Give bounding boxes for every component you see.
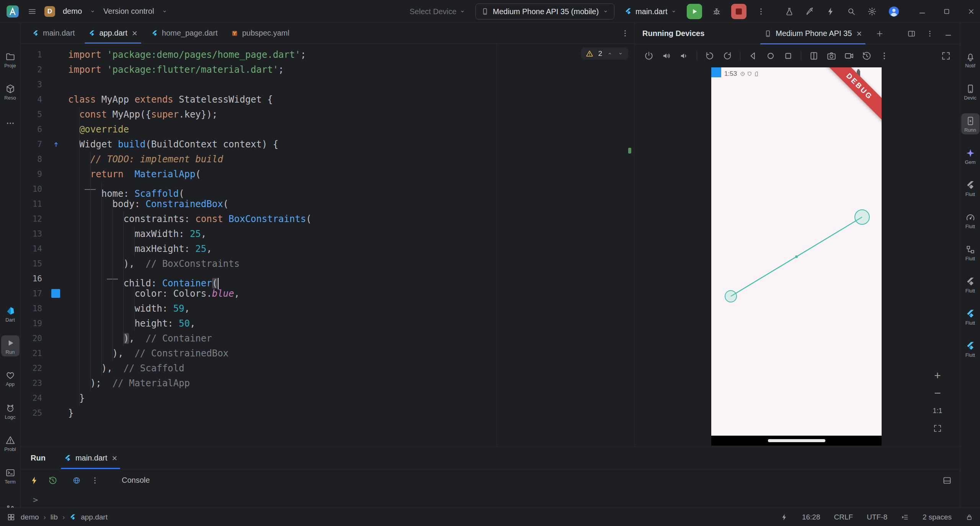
version-control-menu[interactable]: Version control [103, 7, 154, 16]
code-line[interactable]: 14 maxHeight: 25, [21, 242, 634, 256]
camera-button[interactable] [826, 51, 836, 61]
debug-button[interactable] [712, 7, 721, 16]
tool-button-flutter-outline[interactable]: Flutt [961, 242, 980, 263]
tool-button-resource-manager[interactable]: Reso [1, 81, 20, 102]
code-line[interactable]: 6 @override [21, 122, 634, 137]
display-mode-button[interactable] [941, 51, 951, 61]
gutter[interactable] [44, 301, 68, 316]
project-name[interactable]: demo [63, 7, 82, 16]
line-number[interactable]: 9 [21, 167, 44, 182]
file-encoding[interactable]: UTF-8 [867, 513, 887, 521]
gutter[interactable] [44, 286, 68, 301]
color-swatch[interactable] [51, 289, 61, 299]
gutter[interactable] [44, 182, 68, 197]
hot-restart-icon[interactable] [48, 476, 57, 485]
console-options-icon[interactable] [90, 476, 100, 485]
power-save-icon[interactable] [781, 513, 788, 521]
tool-button-running-devices[interactable]: Runn [961, 113, 980, 134]
circleO-button[interactable] [766, 51, 776, 61]
gutter[interactable] [44, 77, 68, 92]
gutter[interactable] [44, 391, 68, 406]
breadcrumb-file[interactable]: app.dart [81, 513, 108, 521]
console-label[interactable]: Console [122, 476, 150, 485]
line-separator[interactable]: CRLF [834, 513, 853, 521]
more-button[interactable] [879, 51, 889, 61]
line-number[interactable]: 25 [21, 406, 44, 421]
emulator-screen[interactable]: 1:53 3G DEBUG [711, 67, 882, 436]
code-line[interactable]: 22 ), // Scaffold [21, 361, 634, 376]
emulator-nav-bar[interactable] [711, 436, 882, 446]
tool-button-logcat[interactable]: Logc [1, 400, 20, 421]
tool-button-flutter-inspector[interactable]: Flutt [961, 178, 980, 199]
fold-button[interactable] [809, 51, 819, 61]
gutter[interactable] [44, 152, 68, 167]
inspection-widget[interactable]: 2 [581, 47, 628, 60]
run-configuration-dropdown[interactable]: main.dart [624, 7, 677, 16]
code-line[interactable]: 4class MyApp extends StatelessWidget { [21, 92, 634, 107]
gutter[interactable] [44, 212, 68, 227]
breadcrumb-project[interactable]: demo [21, 513, 39, 521]
line-number[interactable]: 23 [21, 376, 44, 391]
hide-panel-icon[interactable] [944, 29, 952, 38]
tool-button-dart-analysis[interactable]: Dart [1, 303, 20, 324]
line-number[interactable]: 20 [21, 331, 44, 346]
close-device-tab-icon[interactable]: × [856, 29, 862, 38]
stop-button[interactable] [731, 4, 746, 19]
power-button[interactable] [644, 51, 654, 61]
add-device-tab-icon[interactable] [875, 29, 884, 38]
minimize-button[interactable] [918, 7, 926, 16]
line-number[interactable]: 14 [21, 242, 44, 256]
open-devtools-icon[interactable] [72, 476, 81, 485]
fit-screen-button[interactable] [929, 420, 946, 436]
code-line[interactable]: 16 child: Container( [21, 271, 634, 286]
previous-problem-icon[interactable] [607, 51, 613, 57]
close-window-button[interactable] [967, 7, 975, 16]
breadcrumb-folder[interactable]: lib [51, 513, 58, 521]
code-line[interactable]: 13 maxWidth: 25, [21, 227, 634, 242]
more-actions-icon[interactable] [756, 7, 766, 16]
code-line[interactable]: 9 return MaterialApp( [21, 167, 634, 182]
rot-l-button[interactable] [705, 51, 715, 61]
gutter[interactable] [44, 47, 68, 62]
code-line[interactable]: 3 [21, 77, 634, 92]
code-line[interactable]: 23 ); // MaterialApp [21, 376, 634, 391]
code-line[interactable]: 2import 'package:flutter/material.dart'; [21, 62, 634, 77]
run-button[interactable] [687, 4, 702, 19]
vol-hi-button[interactable] [662, 51, 671, 61]
zoom-in-button[interactable]: + [929, 368, 946, 384]
history-button[interactable] [862, 51, 872, 61]
line-number[interactable]: 1 [21, 47, 44, 62]
settings-gear-icon[interactable] [867, 7, 877, 16]
gutter[interactable] [44, 167, 68, 182]
code-line[interactable]: 1import 'package:demo/pages/home_page.da… [21, 47, 634, 62]
code-line[interactable]: 25} [21, 406, 634, 421]
tool-button-notifications[interactable]: Notif [961, 49, 980, 70]
squareO-button[interactable] [783, 51, 793, 61]
gutter[interactable] [44, 256, 68, 271]
gutter[interactable] [44, 197, 68, 212]
code-line[interactable]: 21 ), // ConstrainedBox [21, 346, 634, 361]
caret-position[interactable]: 16:28 [802, 513, 820, 521]
code-line[interactable]: 10 home: Scaffold( [21, 182, 634, 197]
line-number[interactable]: 7 [21, 137, 44, 152]
tool-button-flutter-reload[interactable]: Flutt [961, 338, 980, 359]
avatar[interactable] [888, 6, 900, 17]
gutter[interactable] [44, 242, 68, 256]
run-tab-main-dart[interactable]: main.dart × [59, 447, 122, 469]
record-button[interactable] [844, 51, 854, 61]
editor-tab-home_page.dart[interactable]: home_page.dart [144, 23, 225, 44]
device-tab[interactable]: Medium Phone API 35 × [758, 23, 868, 44]
tool-button-flutter-props[interactable]: Flutt [961, 274, 980, 295]
line-number[interactable]: 16 [21, 271, 44, 286]
tool-button-flutter-performance[interactable]: Flutt [961, 210, 980, 231]
tool-button-flutter-attach[interactable]: Flutt [961, 306, 980, 327]
code-line[interactable]: 5 const MyApp({super.key}); [21, 107, 634, 122]
indent-setting[interactable]: 2 spaces [923, 513, 952, 521]
line-number[interactable]: 5 [21, 107, 44, 122]
line-number[interactable]: 21 [21, 346, 44, 361]
line-number[interactable]: 4 [21, 92, 44, 107]
device-selector-dropdown[interactable]: Medium Phone API 35 (mobile) [475, 3, 614, 20]
tool-button-gemini[interactable]: Gem [961, 145, 980, 167]
code-line[interactable]: 15 ), // BoxConstraints [21, 256, 634, 271]
flask-icon[interactable] [785, 7, 794, 16]
